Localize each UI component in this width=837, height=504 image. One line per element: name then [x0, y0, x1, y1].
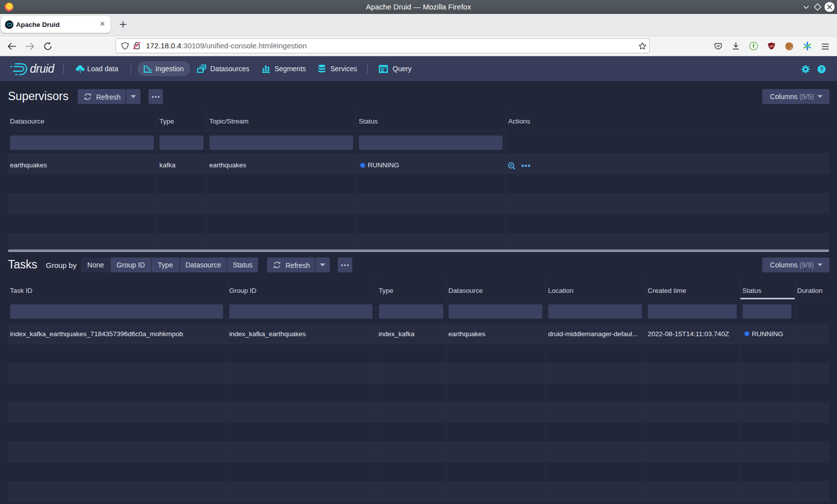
svg-text:uO: uO	[769, 44, 774, 48]
svg-text:?: ?	[820, 66, 824, 72]
